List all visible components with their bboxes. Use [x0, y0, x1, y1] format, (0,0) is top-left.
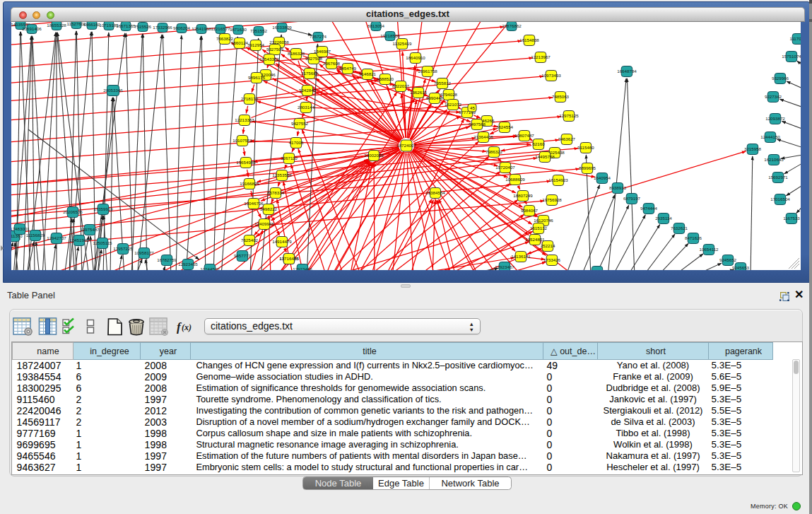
svg-text:19384554: 19384554: [425, 190, 445, 195]
svg-text:17483001: 17483001: [11, 226, 30, 231]
svg-text:10973493: 10973493: [541, 73, 561, 78]
svg-text:12923467: 12923467: [495, 264, 514, 269]
svg-text:3624554: 3624554: [496, 124, 514, 129]
svg-text:9329966: 9329966: [772, 76, 789, 81]
svg-text:9146821: 9146821: [359, 71, 377, 76]
svg-text:2803144: 2803144: [298, 105, 315, 110]
svg-text:7515526: 7515526: [134, 24, 152, 29]
svg-text:12541968: 12541968: [192, 26, 211, 31]
svg-text:45: 45: [470, 105, 475, 110]
svg-text:12444150: 12444150: [760, 134, 780, 139]
svg-text:14495758: 14495758: [535, 154, 555, 159]
svg-text:20053346: 20053346: [103, 88, 123, 93]
svg-text:23002035: 23002035: [364, 153, 384, 158]
svg-text:17332966: 17332966: [153, 25, 172, 30]
svg-text:16671365: 16671365: [116, 23, 136, 28]
svg-text:11216577: 11216577: [211, 26, 230, 31]
svg-text:9457771: 9457771: [234, 253, 252, 258]
svg-text:9327509: 9327509: [266, 47, 284, 52]
svg-text:12213363: 12213363: [235, 117, 254, 122]
svg-text:12353594: 12353594: [272, 173, 292, 177]
svg-text:12213967: 12213967: [531, 54, 551, 59]
svg-text:18655328: 18655328: [47, 23, 66, 28]
svg-text:12093872: 12093872: [765, 116, 785, 121]
svg-text:16120746: 16120746: [534, 218, 553, 223]
svg-text:18640910: 18640910: [406, 55, 425, 60]
svg-text:19756928: 19756928: [542, 197, 562, 202]
svg-text:19654985: 19654985: [236, 160, 256, 165]
svg-text:8322037: 8322037: [392, 83, 410, 88]
svg-text:5498222: 5498222: [260, 206, 278, 211]
svg-text:10046706: 10046706: [244, 201, 264, 206]
svg-text:9242848: 9242848: [299, 88, 317, 93]
svg-text:12409948: 12409948: [254, 221, 274, 226]
svg-text:14914479: 14914479: [272, 239, 292, 244]
svg-text:7955812: 7955812: [434, 81, 452, 86]
svg-text:15720407: 15720407: [495, 165, 515, 170]
svg-text:7485063: 7485063: [552, 94, 570, 99]
svg-text:252214: 252214: [541, 243, 555, 248]
svg-text:14136141: 14136141: [511, 254, 531, 259]
svg-text:9660124: 9660124: [231, 40, 249, 45]
svg-text:9806204: 9806204: [173, 25, 191, 30]
svg-text:2367608: 2367608: [323, 61, 341, 66]
svg-text:16961758: 16961758: [418, 69, 437, 74]
svg-text:11156829: 11156829: [26, 233, 45, 238]
svg-text:12975125: 12975125: [559, 113, 579, 118]
svg-text:7986322: 7986322: [486, 149, 503, 154]
svg-text:417006: 417006: [289, 140, 304, 145]
svg-text:6879197: 6879197: [623, 196, 641, 201]
svg-text:10688609: 10688609: [505, 177, 525, 182]
svg-text:21364436: 21364436: [473, 134, 493, 139]
svg-text:8938913: 8938913: [609, 185, 627, 190]
svg-text:7625402: 7625402: [241, 238, 259, 243]
svg-text:8899695: 8899695: [579, 165, 596, 170]
svg-text:18807249: 18807249: [513, 193, 533, 198]
svg-text:17359919: 17359919: [93, 206, 113, 211]
svg-text:10807487: 10807487: [514, 133, 534, 138]
svg-text:17016504: 17016504: [770, 197, 790, 201]
svg-text:62160: 62160: [532, 141, 545, 146]
svg-text:1588520: 1588520: [377, 76, 394, 81]
svg-text:16154923: 16154923: [548, 177, 568, 182]
svg-text:16648784: 16648784: [617, 69, 637, 74]
svg-text:9245652: 9245652: [719, 257, 737, 262]
svg-text:6497568: 6497568: [469, 122, 486, 127]
svg-text:1546987: 1546987: [314, 49, 331, 54]
svg-text:9115460: 9115460: [577, 145, 594, 150]
svg-text:19166825: 19166825: [240, 181, 259, 186]
svg-text:12942737: 12942737: [47, 235, 66, 240]
svg-text:12505115: 12505115: [93, 240, 112, 245]
svg-text:10244502: 10244502: [200, 267, 220, 270]
svg-text:8186328: 8186328: [288, 51, 305, 56]
svg-text:10975487: 10975487: [80, 227, 100, 232]
svg-text:13524851: 13524851: [525, 237, 545, 242]
svg-text:9474444: 9474444: [640, 206, 658, 211]
svg-text:15692971: 15692971: [768, 175, 788, 180]
svg-text:3215958: 3215958: [744, 146, 762, 151]
svg-text:9463627: 9463627: [558, 136, 576, 141]
svg-text:13716485: 13716485: [279, 256, 299, 261]
svg-text:20206536: 20206536: [63, 209, 83, 214]
svg-text:18724007: 18724007: [396, 143, 416, 148]
svg-text:7357274: 7357274: [310, 34, 327, 39]
svg-text:9227342: 9227342: [765, 94, 782, 99]
svg-text:9427552: 9427552: [291, 121, 309, 126]
svg-text:17957225: 17957225: [113, 246, 133, 251]
svg-text:10958177: 10958177: [134, 250, 154, 255]
svg-text:8454749: 8454749: [339, 66, 357, 71]
svg-text:1621072: 1621072: [445, 102, 462, 107]
svg-text:1640954: 1640954: [594, 175, 611, 180]
svg-text:9084067: 9084067: [521, 208, 539, 213]
svg-text:2718170: 2718170: [241, 96, 259, 101]
svg-text:2935114: 2935114: [655, 216, 672, 221]
svg-text:1362615: 1362615: [410, 90, 428, 95]
svg-text:11325419: 11325419: [392, 41, 412, 46]
svg-text:1733426: 1733426: [543, 257, 561, 262]
svg-text:16033809: 16033809: [272, 25, 292, 30]
svg-text:9245654: 9245654: [589, 269, 606, 270]
svg-text:1615132: 1615132: [530, 226, 548, 230]
svg-text:3175685: 3175685: [301, 71, 319, 76]
svg-text:15751074: 15751074: [782, 54, 801, 59]
svg-text:8813054: 8813054: [367, 23, 385, 28]
